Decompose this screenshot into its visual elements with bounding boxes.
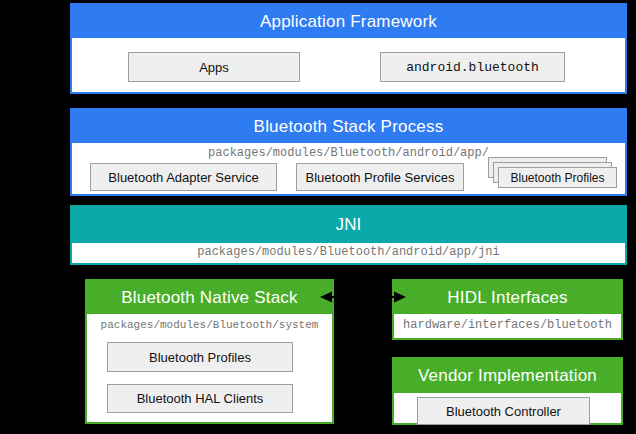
bluetooth-controller-label: Bluetooth Controller — [446, 404, 561, 419]
bidirectional-arrow-icon — [318, 289, 408, 305]
bluetooth-architecture-diagram: { "colors": { "background": "#000000", "… — [0, 0, 636, 434]
jni-path: packages/modules/Bluetooth/android/app/j… — [72, 243, 625, 262]
bluetooth-controller-box: Bluetooth Controller — [417, 397, 590, 425]
bluetooth-profiles-stack-label: Bluetooth Profiles — [510, 171, 604, 185]
native-stack-path: packages/modules/Bluetooth/system — [87, 319, 332, 331]
section-jni: JNI packages/modules/Bluetooth/android/a… — [70, 205, 627, 265]
bluetooth-profiles-stack: Bluetooth Profiles — [488, 157, 619, 191]
jni-header: JNI — [72, 207, 625, 243]
section-hidl-interfaces: HIDL Interfaces hardware/interfaces/blue… — [392, 279, 623, 340]
application-framework-header: Application Framework — [72, 5, 625, 38]
bluetooth-profiles-stack-box: Bluetooth Profiles — [498, 167, 617, 188]
section-bluetooth-stack-process: Bluetooth Stack Process packages/modules… — [70, 108, 627, 196]
hidl-path: hardware/interfaces/bluetooth — [394, 314, 621, 336]
android-bluetooth-box: android.bluetooth — [380, 52, 565, 82]
application-framework-title: Application Framework — [260, 12, 437, 32]
native-bluetooth-profiles-box: Bluetooth Profiles — [107, 342, 293, 372]
section-bluetooth-native-stack: Bluetooth Native Stack packages/modules/… — [85, 279, 334, 424]
section-application-framework: Application Framework Apps android.bluet… — [70, 3, 627, 94]
android-bluetooth-label: android.bluetooth — [406, 60, 539, 75]
jni-title: JNI — [335, 215, 361, 235]
bluetooth-stack-process-header: Bluetooth Stack Process — [72, 110, 625, 143]
bluetooth-stack-process-title: Bluetooth Stack Process — [254, 117, 444, 137]
bluetooth-native-stack-title: Bluetooth Native Stack — [121, 288, 297, 308]
native-bluetooth-profiles-label: Bluetooth Profiles — [149, 350, 251, 365]
bluetooth-adapter-service-box: Bluetooth Adapter Service — [90, 163, 277, 191]
vendor-implementation-header: Vendor Implementation — [394, 359, 621, 393]
section-vendor-implementation: Vendor Implementation Bluetooth Controll… — [392, 357, 623, 425]
bluetooth-profile-services-box: Bluetooth Profile Services — [296, 163, 464, 191]
bluetooth-hal-clients-label: Bluetooth HAL Clients — [137, 391, 264, 406]
apps-box: Apps — [128, 52, 300, 82]
bluetooth-adapter-service-label: Bluetooth Adapter Service — [108, 170, 258, 185]
bluetooth-hal-clients-box: Bluetooth HAL Clients — [107, 384, 293, 413]
hidl-interfaces-title: HIDL Interfaces — [447, 288, 567, 308]
bluetooth-profile-services-label: Bluetooth Profile Services — [306, 170, 455, 185]
apps-label: Apps — [199, 60, 229, 75]
bluetooth-native-stack-header: Bluetooth Native Stack — [87, 281, 332, 314]
hidl-interfaces-header: HIDL Interfaces — [394, 281, 621, 314]
vendor-implementation-title: Vendor Implementation — [418, 366, 597, 386]
